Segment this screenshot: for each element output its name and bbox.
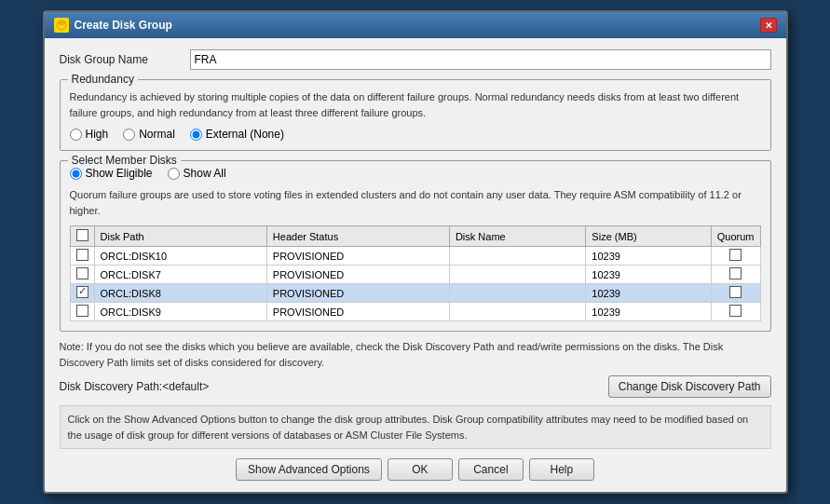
redundancy-options: High Normal External (None): [70, 128, 761, 141]
create-disk-group-dialog: Create Disk Group ✕ Disk Group Name Redu…: [43, 10, 788, 494]
disk-quorum-3[interactable]: [711, 303, 760, 321]
header-disk-name: Disk Name: [449, 226, 585, 247]
help-button[interactable]: Help: [529, 458, 594, 481]
disk-path-3: ORCL:DISK9: [94, 303, 266, 321]
disk-checkbox-2[interactable]: [76, 286, 88, 298]
change-disk-discovery-path-button[interactable]: Change Disk Discovery Path: [608, 375, 771, 398]
redundancy-external[interactable]: External (None): [190, 128, 284, 141]
disk-name-3: [449, 303, 585, 321]
bottom-note: Click on the Show Advanced Options butto…: [60, 405, 771, 449]
title-bar-left: Create Disk Group: [54, 18, 172, 33]
disk-quorum-0[interactable]: [711, 247, 760, 266]
member-disks-title: Select Member Disks: [68, 154, 181, 167]
disk-table: Disk Path Header Status Disk Name Size (…: [70, 225, 761, 321]
note-section: Note: If you do not see the disks which …: [60, 339, 771, 398]
table-row[interactable]: ORCL:DISK9PROVISIONED10239: [70, 303, 760, 321]
redundancy-normal-radio[interactable]: [123, 129, 135, 141]
header-size: Size (MB): [586, 226, 711, 247]
header-disk-path: Disk Path: [94, 226, 266, 247]
show-eligible-label: Show Eligible: [86, 167, 153, 180]
disk-path-2: ORCL:DISK8: [94, 284, 266, 303]
redundancy-group: Redundancy Redundancy is achieved by sto…: [60, 79, 771, 151]
disk-row-checkbox-2[interactable]: [70, 284, 94, 303]
disk-row-checkbox-0[interactable]: [70, 247, 94, 266]
show-all-radio[interactable]: [168, 168, 180, 180]
svg-point-1: [58, 21, 65, 25]
disk-path-1: ORCL:DISK7: [94, 266, 266, 284]
redundancy-external-radio[interactable]: [190, 129, 202, 141]
redundancy-high-label: High: [86, 128, 109, 141]
disk-status-1: PROVISIONED: [266, 266, 449, 284]
dialog-title: Create Disk Group: [75, 19, 172, 32]
quorum-checkbox-2[interactable]: [729, 286, 742, 298]
show-all-label: Show All: [184, 167, 226, 180]
disk-group-name-row: Disk Group Name: [60, 49, 771, 70]
table-row[interactable]: ORCL:DISK8PROVISIONED10239: [70, 284, 760, 303]
show-options-row: Show Eligible Show All: [70, 167, 761, 180]
redundancy-high[interactable]: High: [70, 128, 109, 141]
button-row: Show Advanced Options OK Cancel Help: [60, 458, 771, 481]
disk-checkbox-3[interactable]: [76, 305, 88, 317]
disk-size-2: 10239: [586, 284, 711, 303]
quorum-checkbox-0[interactable]: [729, 249, 742, 261]
quorum-note: Quorum failure groups are used to store …: [70, 187, 761, 218]
header-quorum: Quorum: [711, 226, 760, 247]
redundancy-high-radio[interactable]: [70, 129, 82, 141]
quorum-checkbox-3[interactable]: [729, 305, 742, 317]
discovery-row: Disk Discovery Path:<default> Change Dis…: [60, 375, 771, 398]
dialog-icon: [54, 18, 69, 33]
disk-status-0: PROVISIONED: [266, 247, 449, 266]
disk-size-3: 10239: [586, 303, 711, 321]
dialog-content: Disk Group Name Redundancy Redundancy is…: [45, 38, 786, 492]
ok-button[interactable]: OK: [388, 458, 453, 481]
disk-checkbox-1[interactable]: [76, 267, 88, 279]
cancel-button[interactable]: Cancel: [458, 458, 524, 481]
header-header-status: Header Status: [266, 226, 449, 247]
disk-name-0: [449, 247, 585, 266]
disk-quorum-1[interactable]: [711, 266, 760, 284]
title-controls: ✕: [760, 18, 777, 33]
redundancy-normal-label: Normal: [139, 128, 175, 141]
member-disks-group: Select Member Disks Show Eligible Show A…: [60, 160, 771, 332]
disk-status-3: PROVISIONED: [266, 303, 449, 321]
disk-group-name-label: Disk Group Name: [60, 53, 190, 66]
disk-quorum-2[interactable]: [711, 284, 760, 303]
show-eligible-radio[interactable]: [70, 168, 82, 180]
disk-name-1: [449, 266, 585, 284]
redundancy-normal[interactable]: Normal: [123, 128, 175, 141]
disk-group-name-input[interactable]: [190, 49, 771, 70]
disk-status-2: PROVISIONED: [266, 284, 449, 303]
table-header-row: Disk Path Header Status Disk Name Size (…: [70, 226, 760, 247]
title-bar: Create Disk Group ✕: [45, 12, 786, 38]
disk-row-checkbox-1[interactable]: [70, 266, 94, 284]
show-all-option[interactable]: Show All: [168, 167, 226, 180]
disk-checkbox-0[interactable]: [76, 249, 88, 261]
show-eligible-option[interactable]: Show Eligible: [70, 167, 153, 180]
discovery-path-text: Disk Discovery Path:<default>: [60, 380, 210, 393]
disk-size-0: 10239: [586, 247, 711, 266]
quorum-checkbox-1[interactable]: [729, 267, 742, 279]
disk-name-2: [449, 284, 585, 303]
disk-path-0: ORCL:DISK10: [94, 247, 266, 266]
discovery-note: Note: If you do not see the disks which …: [60, 339, 771, 370]
redundancy-group-title: Redundancy: [68, 73, 138, 86]
disk-size-1: 10239: [586, 266, 711, 284]
disk-row-checkbox-3[interactable]: [70, 303, 94, 321]
header-checkbox[interactable]: [76, 229, 88, 241]
table-row[interactable]: ORCL:DISK7PROVISIONED10239: [70, 266, 760, 284]
table-row[interactable]: ORCL:DISK10PROVISIONED10239: [70, 247, 760, 266]
redundancy-description: Redundancy is achieved by storing multip…: [70, 89, 761, 120]
redundancy-external-label: External (None): [206, 128, 284, 141]
close-button[interactable]: ✕: [760, 18, 777, 33]
header-checkbox-cell: [70, 226, 94, 247]
discovery-path-label: Disk Discovery Path:: [60, 380, 163, 393]
discovery-path-value: <default>: [162, 380, 209, 393]
show-advanced-options-button[interactable]: Show Advanced Options: [236, 458, 382, 481]
